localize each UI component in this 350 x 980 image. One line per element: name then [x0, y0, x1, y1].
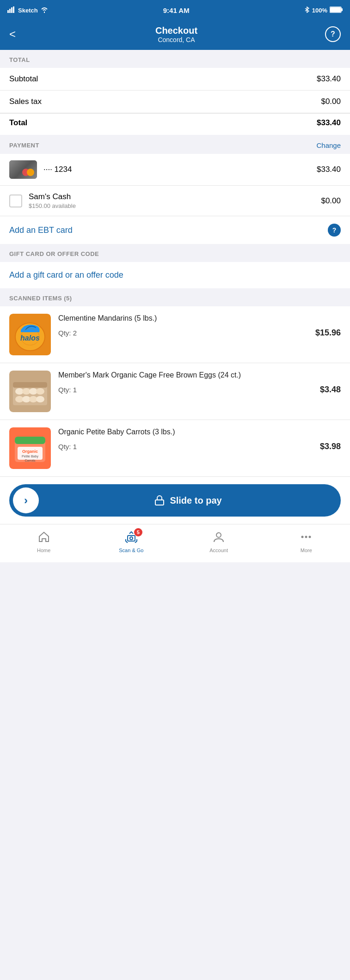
- sales-tax-label: Sales tax: [9, 97, 42, 106]
- svg-rect-30: [155, 500, 164, 505]
- total-value: $33.40: [317, 118, 341, 128]
- home-icon: [38, 531, 50, 546]
- svg-rect-25: [15, 437, 45, 444]
- scan-go-icon: 5: [125, 531, 138, 546]
- back-button[interactable]: <: [9, 28, 28, 41]
- sams-cash-checkbox[interactable]: [9, 195, 22, 207]
- list-item: Member's Mark Organic Cage Free Brown Eg…: [0, 363, 350, 420]
- tab-bar: Home 5 Scan & Go Account: [0, 524, 350, 562]
- svg-rect-1: [9, 9, 11, 13]
- add-gift-card-button[interactable]: Add a gift card or an offer code: [9, 270, 123, 280]
- signal-bars: [7, 6, 16, 14]
- mandarin-name: Clementine Mandarins (5 lbs.): [58, 314, 341, 323]
- card-amount: $33.40: [317, 165, 341, 174]
- tab-more-label: More: [301, 548, 312, 553]
- scanned-items-list: halos Clementine Mandarins (5 lbs.) Qty:…: [0, 306, 350, 476]
- svg-rect-0: [7, 10, 9, 13]
- lock-icon: [154, 495, 165, 506]
- slide-arrow: ›: [13, 487, 39, 513]
- tab-account[interactable]: Account: [175, 524, 263, 555]
- sams-cash-amount: $0.00: [321, 196, 341, 206]
- mastercard-circle-orange: [27, 169, 34, 176]
- page-title: Checkout: [155, 25, 197, 36]
- credit-card-row: ···· 1234 $33.40: [0, 154, 350, 186]
- tab-scan-go-label: Scan & Go: [119, 548, 143, 553]
- battery-percent: 100%: [312, 7, 327, 14]
- eggs-details: Member's Mark Organic Cage Free Brown Eg…: [58, 371, 341, 395]
- tab-scan-go[interactable]: 5 Scan & Go: [87, 524, 175, 555]
- status-time: 9:41 AM: [163, 6, 190, 14]
- payment-card: ···· 1234 $33.40 Sam's Cash $150.00 avai…: [0, 154, 350, 244]
- mandarin-price: $15.96: [315, 328, 341, 338]
- slide-text: Slide to pay: [39, 495, 337, 506]
- mandarin-qty: Qty: 2: [58, 329, 77, 337]
- payment-section-header: PAYMENT Change: [0, 135, 350, 154]
- card-image: [9, 160, 37, 179]
- subtotal-row: Subtotal $33.40: [0, 68, 350, 91]
- carrier-label: Sketch: [18, 7, 38, 14]
- svg-rect-6: [341, 8, 343, 11]
- account-icon: [213, 531, 225, 546]
- sams-cash-available: $150.00 available: [29, 202, 321, 209]
- wifi-icon: [40, 6, 49, 14]
- eggs-bottom: Qty: 1 $3.48: [58, 385, 341, 395]
- svg-text:Organic: Organic: [22, 449, 38, 454]
- slide-to-pay-container: › Slide to pay: [0, 476, 350, 524]
- page-subtitle: Concord, CA: [155, 36, 197, 43]
- nav-bar: < Checkout Concord, CA ?: [0, 20, 350, 50]
- tab-account-label: Account: [209, 548, 228, 553]
- svg-point-18: [36, 388, 44, 395]
- subtotal-value: $33.40: [317, 74, 341, 84]
- eggs-price: $3.48: [320, 385, 341, 395]
- svg-rect-5: [330, 7, 341, 12]
- status-battery: 100%: [304, 6, 343, 14]
- cart-badge: 5: [134, 528, 142, 536]
- slide-to-pay-label: Slide to pay: [170, 495, 221, 506]
- svg-point-32: [130, 537, 133, 540]
- svg-rect-3: [13, 6, 14, 13]
- list-item: halos Clementine Mandarins (5 lbs.) Qty:…: [0, 306, 350, 363]
- add-ebt-button[interactable]: Add an EBT card: [9, 225, 73, 235]
- svg-point-34: [301, 536, 304, 538]
- gift-card-section-header: GIFT CARD OR OFFER CODE: [0, 244, 350, 262]
- tab-home-label: Home: [37, 548, 50, 553]
- svg-text:halos: halos: [20, 334, 40, 342]
- svg-rect-14: [13, 382, 47, 388]
- ebt-row: Add an EBT card ?: [0, 216, 350, 244]
- slide-to-pay-button[interactable]: › Slide to pay: [9, 484, 341, 517]
- subtotal-label: Subtotal: [9, 74, 38, 84]
- sams-cash-info: Sam's Cash $150.00 available: [29, 192, 321, 209]
- card-number: ···· 1234: [43, 165, 317, 174]
- svg-point-33: [216, 533, 221, 537]
- nav-title: Checkout Concord, CA: [155, 25, 197, 43]
- status-carrier-signal: Sketch: [7, 6, 49, 14]
- svg-rect-2: [11, 7, 12, 13]
- carrots-price: $3.98: [320, 442, 341, 451]
- status-bar: Sketch 9:41 AM 100%: [0, 0, 350, 20]
- gift-card-row: Add a gift card or an offer code: [0, 262, 350, 288]
- tab-more[interactable]: More: [263, 524, 350, 555]
- sales-tax-row: Sales tax $0.00: [0, 91, 350, 113]
- bluetooth-icon: [304, 6, 310, 14]
- battery-icon: [330, 6, 343, 14]
- carrots-bottom: Qty: 1 $3.98: [58, 442, 341, 451]
- carrots-details: Organic Petite Baby Carrots (3 lbs.) Qty…: [58, 427, 341, 451]
- sams-cash-row[interactable]: Sam's Cash $150.00 available $0.00: [0, 186, 350, 216]
- svg-point-36: [309, 536, 311, 538]
- total-section-header: TOTAL: [0, 50, 350, 68]
- sams-cash-name: Sam's Cash: [29, 192, 321, 201]
- tab-home[interactable]: Home: [0, 524, 87, 555]
- total-row: Total $33.40: [0, 114, 350, 135]
- scanned-items-section-header: SCANNED ITEMS (5): [0, 288, 350, 306]
- ebt-help-button[interactable]: ?: [328, 224, 341, 237]
- help-button[interactable]: ?: [325, 26, 341, 42]
- svg-point-22: [36, 396, 44, 402]
- svg-rect-31: [128, 536, 135, 541]
- svg-point-35: [305, 536, 307, 538]
- carrots-image: Organic Petite Baby Carrots: [9, 427, 51, 469]
- sales-tax-value: $0.00: [321, 97, 341, 106]
- mandarin-details: Clementine Mandarins (5 lbs.) Qty: 2 $15…: [58, 314, 341, 338]
- eggs-image: [9, 371, 51, 412]
- change-payment-button[interactable]: Change: [316, 141, 341, 149]
- card-info: ···· 1234: [43, 165, 317, 174]
